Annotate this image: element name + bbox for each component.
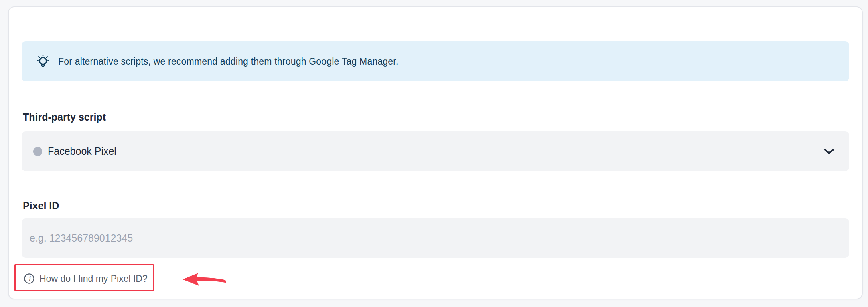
third-party-script-select[interactable]: Facebook Pixel	[22, 131, 849, 171]
pixel-id-label: Pixel ID	[23, 200, 849, 212]
option-status-dot	[33, 147, 42, 156]
info-banner: For alternative scripts, we recommend ad…	[22, 41, 849, 81]
banner-message: For alternative scripts, we recommend ad…	[58, 56, 399, 67]
svg-text:i: i	[28, 275, 31, 283]
pixel-id-help-link[interactable]: i How do I find my Pixel ID?	[24, 273, 148, 284]
lightbulb-icon	[35, 54, 51, 69]
pixel-id-input[interactable]	[22, 218, 849, 258]
selected-script-value: Facebook Pixel	[48, 145, 116, 157]
info-icon: i	[24, 273, 35, 284]
help-link-label: How do I find my Pixel ID?	[39, 273, 148, 284]
chevron-down-icon	[823, 148, 835, 155]
settings-card: For alternative scripts, we recommend ad…	[8, 6, 863, 299]
third-party-script-label: Third-party script	[23, 111, 849, 123]
